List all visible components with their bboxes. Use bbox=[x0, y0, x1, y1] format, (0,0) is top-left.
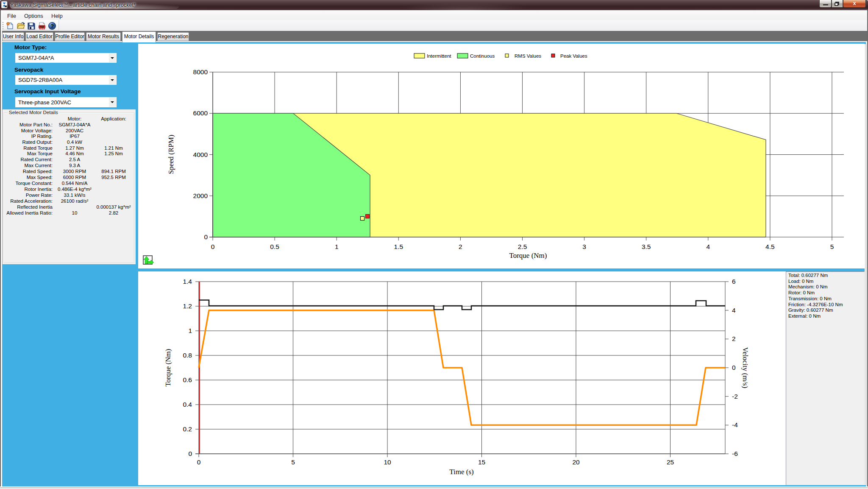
svg-text:4: 4 bbox=[732, 307, 736, 314]
svg-text:4.5: 4.5 bbox=[765, 243, 775, 250]
svg-text:4000: 4000 bbox=[193, 151, 208, 158]
svg-text:Velocity (m/s): Velocity (m/s) bbox=[741, 347, 749, 388]
svg-text:6: 6 bbox=[732, 278, 736, 285]
svg-text:2: 2 bbox=[732, 335, 736, 342]
svg-text:0: 0 bbox=[197, 458, 201, 466]
svg-text:5: 5 bbox=[291, 458, 295, 466]
svg-text:0.4: 0.4 bbox=[183, 401, 192, 408]
svg-text:10: 10 bbox=[384, 458, 391, 466]
svg-text:0: 0 bbox=[211, 243, 215, 250]
svg-text:PDF: PDF bbox=[40, 25, 45, 28]
svg-text:Time (s): Time (s) bbox=[449, 468, 473, 476]
svg-text:0.6: 0.6 bbox=[183, 376, 192, 383]
svg-text:Torque (Nm): Torque (Nm) bbox=[509, 251, 547, 260]
svg-text:1.5: 1.5 bbox=[394, 243, 403, 250]
svg-text:Continuous: Continuous bbox=[470, 53, 495, 59]
svg-text:Speed (RPM): Speed (RPM) bbox=[167, 134, 175, 174]
svg-text:-6: -6 bbox=[732, 450, 738, 457]
svg-text:-4: -4 bbox=[732, 421, 738, 428]
svg-text:0.8: 0.8 bbox=[183, 352, 192, 359]
svg-text:15: 15 bbox=[478, 458, 485, 466]
svg-text:8000: 8000 bbox=[193, 68, 208, 75]
svg-text:0.5: 0.5 bbox=[270, 243, 279, 250]
svg-text:0: 0 bbox=[732, 364, 736, 371]
svg-text:Torque (Nm): Torque (Nm) bbox=[164, 349, 172, 387]
svg-text:-2: -2 bbox=[732, 393, 738, 400]
svg-text:2: 2 bbox=[459, 243, 462, 250]
svg-text:5: 5 bbox=[830, 243, 834, 250]
svg-text:?: ? bbox=[50, 23, 54, 29]
svg-text:0.2: 0.2 bbox=[183, 425, 192, 433]
svg-text:1.4: 1.4 bbox=[183, 278, 192, 285]
svg-text:Peak Values: Peak Values bbox=[560, 53, 587, 59]
svg-text:25: 25 bbox=[667, 458, 674, 466]
svg-text:0: 0 bbox=[188, 450, 192, 457]
svg-text:4: 4 bbox=[706, 243, 710, 250]
svg-text:1.2: 1.2 bbox=[183, 302, 192, 310]
svg-text:2.5: 2.5 bbox=[518, 243, 527, 250]
svg-text:Intermittent: Intermittent bbox=[427, 53, 451, 59]
svg-text:3: 3 bbox=[582, 243, 586, 250]
svg-text:2000: 2000 bbox=[193, 192, 208, 199]
svg-text:6000: 6000 bbox=[193, 109, 208, 117]
svg-text:1: 1 bbox=[335, 243, 339, 250]
svg-text:3.5: 3.5 bbox=[642, 243, 651, 250]
svg-text:1: 1 bbox=[188, 327, 192, 334]
svg-text:RMS Values: RMS Values bbox=[515, 53, 541, 59]
svg-text:0: 0 bbox=[204, 233, 208, 240]
svg-text:20: 20 bbox=[572, 458, 580, 466]
